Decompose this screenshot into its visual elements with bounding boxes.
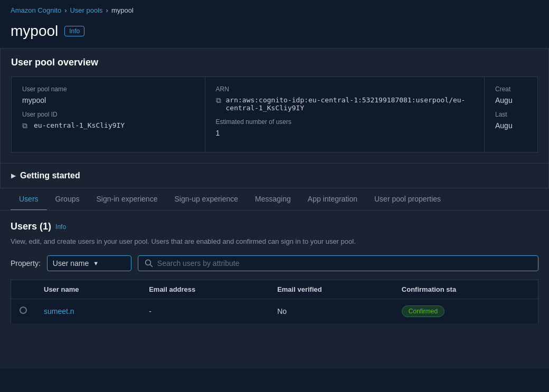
created-label: Creat — [495, 85, 527, 93]
tab-app-integration[interactable]: App integration — [299, 188, 366, 211]
overview-grid: User pool name mypool User pool ID ⧉ eu-… — [11, 77, 538, 152]
users-header: Users (1) Info — [11, 221, 538, 232]
search-container — [138, 255, 538, 271]
arn-value: arn:aws:cognito-idp:eu-central-1:5321991… — [226, 96, 474, 112]
pool-name-label: User pool name — [22, 85, 194, 93]
row-select-cell — [11, 299, 36, 323]
svg-line-1 — [150, 264, 152, 266]
users-count-value: 1 — [216, 129, 474, 137]
last-label: Last — [495, 111, 527, 118]
pool-name-value: mypool — [22, 96, 194, 104]
triangle-right-icon: ▶ — [11, 172, 16, 179]
users-count-label: Estimated number of users — [216, 118, 474, 126]
overview-col-dates: Creat Augu Last Augu — [485, 77, 537, 152]
pool-id-label: User pool ID — [22, 111, 194, 118]
breadcrumb-user-pools[interactable]: User pools — [70, 6, 102, 14]
overview-title: User pool overview — [11, 57, 538, 68]
users-description: View, edit, and create users in your use… — [11, 236, 538, 247]
page-header: mypool Info — [0, 21, 549, 48]
created-value: Augu — [495, 96, 527, 104]
tab-users[interactable]: Users — [11, 188, 47, 211]
arn-copy-icon[interactable]: ⧉ — [216, 96, 222, 103]
radio-button[interactable] — [20, 307, 27, 314]
filter-row: Property: User name ▼ — [11, 255, 538, 271]
overview-section: User pool overview User pool name mypool… — [0, 48, 549, 164]
overview-col-pool-info: User pool name mypool User pool ID ⧉ eu-… — [12, 77, 205, 152]
pool-id-copy-icon[interactable]: ⧉ — [22, 121, 30, 129]
pool-id-value: eu-central-1_KsCliy9IY — [34, 121, 125, 129]
property-label: Property: — [11, 259, 41, 267]
chevron-down-icon: ▼ — [93, 260, 99, 266]
tab-signup-experience[interactable]: Sign-up experience — [166, 188, 247, 211]
users-info-link[interactable]: Info — [55, 223, 66, 231]
getting-started-title: Getting started — [20, 171, 80, 180]
table-body: sumeet.n - No Confirmed — [11, 299, 538, 323]
property-select-value: User name — [53, 259, 89, 267]
pool-id-row: ⧉ eu-central-1_KsCliy9IY — [22, 121, 194, 136]
breadcrumb: Amazon Cognito › User pools › mypool — [0, 0, 549, 21]
users-content: Users (1) Info View, edit, and create us… — [0, 211, 549, 369]
overview-col-arn: ARN ⧉ arn:aws:cognito-idp:eu-central-1:5… — [205, 77, 485, 152]
arn-row: ⧉ arn:aws:cognito-idp:eu-central-1:53219… — [216, 96, 474, 118]
page-title: mypool — [11, 23, 58, 40]
users-title: Users (1) — [11, 221, 51, 232]
tab-groups[interactable]: Groups — [47, 188, 88, 211]
users-table: User name Email address Email verified C… — [11, 280, 538, 324]
row-email-cell: - — [140, 299, 269, 323]
breadcrumb-current: mypool — [111, 6, 134, 14]
confirmed-badge: Confirmed — [402, 305, 444, 317]
last-value: Augu — [495, 121, 527, 130]
user-link[interactable]: sumeet.n — [44, 307, 74, 315]
row-confirmation-cell: Confirmed — [393, 299, 538, 323]
col-confirmation: Confirmation sta — [393, 280, 538, 299]
info-button[interactable]: Info — [64, 26, 84, 36]
property-select[interactable]: User name ▼ — [47, 255, 131, 271]
table-header: User name Email address Email verified C… — [11, 280, 538, 299]
col-username: User name — [35, 280, 140, 299]
col-email: Email address — [140, 280, 269, 299]
col-select — [11, 280, 36, 299]
table-row: sumeet.n - No Confirmed — [11, 299, 538, 323]
breadcrumb-amazon-cognito[interactable]: Amazon Cognito — [11, 6, 61, 14]
col-email-verified: Email verified — [269, 280, 393, 299]
getting-started-section[interactable]: ▶ Getting started — [0, 164, 549, 188]
breadcrumb-sep-1: › — [64, 6, 67, 14]
arn-label: ARN — [216, 85, 474, 93]
row-username-cell: sumeet.n — [35, 299, 140, 323]
search-input[interactable] — [157, 259, 532, 267]
tab-messaging[interactable]: Messaging — [247, 188, 299, 211]
tab-user-pool-properties[interactable]: User pool properties — [366, 188, 449, 211]
breadcrumb-sep-2: › — [106, 6, 108, 14]
row-email-verified-cell: No — [269, 299, 393, 323]
search-icon — [145, 259, 153, 267]
tab-signin-experience[interactable]: Sign-in experience — [88, 188, 166, 211]
tabs-container: Users Groups Sign-in experience Sign-up … — [0, 188, 549, 211]
